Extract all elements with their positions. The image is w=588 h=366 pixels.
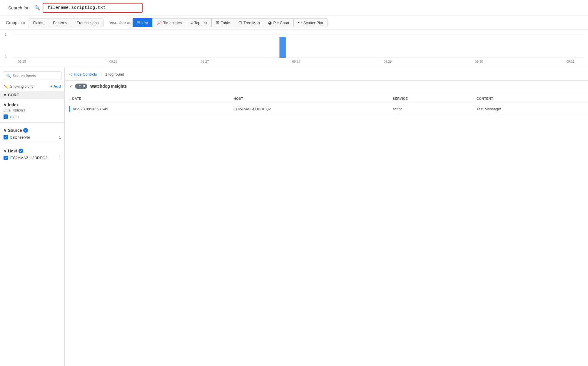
host-label: Host xyxy=(8,149,17,153)
x-label-6: 09:31 xyxy=(566,60,574,63)
sidebar: 🔍 ✏️ Showing 6 of 6 + Add ∨ CORE ∨ Index… xyxy=(0,68,65,366)
viz-btn-treemap[interactable]: ⊟ Tree Map xyxy=(234,18,264,27)
pencil-icon: ✏️ xyxy=(4,84,8,89)
cell-date: Aug 28 09:38:53.645 xyxy=(65,103,229,115)
showing-text: ✏️ Showing 6 of 6 xyxy=(4,84,34,89)
table-row[interactable]: Aug 28 09:38:53.645 EC2AMAZ-H3BREQ2 scri… xyxy=(65,103,588,115)
cell-service: script xyxy=(388,103,472,115)
col-content: CONTENT xyxy=(472,94,588,103)
ec2-count: 1 xyxy=(59,156,61,160)
visualize-label: Visualize as xyxy=(109,20,131,25)
ec2-checkbox[interactable]: ✓ xyxy=(4,156,8,160)
x-label-3: 09:28 xyxy=(292,60,300,63)
log-indicator xyxy=(69,106,70,112)
group-into-tabs: Fields Patterns Transactions xyxy=(28,19,103,27)
col-date: ↓ DATE xyxy=(65,94,229,103)
chevron-down-icon-index: ∨ xyxy=(4,102,6,107)
live-indexes-label: LIVE INDEXES xyxy=(0,108,64,113)
x-label-4: 09:29 xyxy=(384,60,392,63)
watchdog-count: 0 xyxy=(83,84,85,88)
index-section-header[interactable]: ∨ Index xyxy=(0,99,64,108)
watchdog-badge: 🔭 0 xyxy=(75,84,87,89)
table-icon: ⊞ xyxy=(216,20,219,25)
host-verified-icon: ✓ xyxy=(19,149,23,153)
index-label: Index xyxy=(8,102,19,107)
chevron-down-icon-host: ∨ xyxy=(4,149,6,153)
core-section-header[interactable]: ∨ CORE xyxy=(0,91,64,99)
add-button[interactable]: + Add xyxy=(50,84,61,89)
content-divider: | xyxy=(101,71,102,77)
date-value: Aug 28 09:38:53.645 xyxy=(73,107,108,111)
facet-item-ec2[interactable]: ✓ EC2AMAZ-H3BREQ2 1 xyxy=(0,154,64,161)
batchserver-count: 1 xyxy=(59,135,61,139)
toolbar: Group into Fields Patterns Transactions … xyxy=(0,16,588,30)
x-label-2: 09:27 xyxy=(201,60,209,63)
viz-piechart-label: Pie Chart xyxy=(273,21,289,25)
viz-list-label: List xyxy=(142,21,148,25)
content-area: ◁ Hide Controls | 1 log found ∨ 🔭 0 Watc… xyxy=(65,68,588,366)
viz-btn-toplist[interactable]: ≡ Top List xyxy=(186,18,211,27)
timeseries-icon: 📈 xyxy=(157,20,162,25)
viz-btn-table[interactable]: ⊞ Table xyxy=(211,18,234,27)
viz-table-label: Table xyxy=(221,21,230,25)
source-section-header[interactable]: ∨ Source ✓ xyxy=(0,125,64,134)
y-label-1: 1 xyxy=(5,33,12,36)
source-label: Source xyxy=(8,128,22,133)
divider-index xyxy=(0,122,64,123)
tab-fields[interactable]: Fields xyxy=(28,19,48,27)
viz-treemap-label: Tree Map xyxy=(243,21,260,25)
search-input[interactable]: filename:scriptlog.txt xyxy=(43,3,143,13)
search-facets-input[interactable] xyxy=(13,74,58,78)
main-checkbox[interactable]: ✓ xyxy=(4,114,8,119)
chevron-down-icon: ∨ xyxy=(4,93,6,97)
watchdog-chevron-icon: ∨ xyxy=(69,84,72,88)
log-table: ↓ DATE HOST SERVICE CONTENT Aug 28 09:38… xyxy=(65,94,588,115)
search-facets-container[interactable]: 🔍 xyxy=(3,71,61,80)
facet-item-batchserver[interactable]: ✓ batchserver 1 xyxy=(0,134,64,141)
divider-source xyxy=(0,143,64,143)
viz-btn-timeseries[interactable]: 📈 Timeseries xyxy=(152,18,186,27)
cell-content: Test Message! xyxy=(472,103,588,115)
batchserver-checkbox[interactable]: ✓ xyxy=(4,135,8,139)
search-icon: 🔍 xyxy=(32,5,43,11)
facets-search-icon: 🔍 xyxy=(6,74,11,78)
tab-patterns[interactable]: Patterns xyxy=(48,19,72,27)
ec2-label: EC2AMAZ-H3BREQ2 xyxy=(10,156,47,160)
y-label-0: 0 xyxy=(5,55,12,59)
col-host: HOST xyxy=(229,94,388,103)
sort-icon: ↓ xyxy=(69,97,72,100)
chart-svg xyxy=(14,33,583,59)
showing-count: Showing 6 of 6 xyxy=(10,84,33,89)
core-label: CORE xyxy=(8,93,19,97)
search-bar: Search for 🔍 filename:scriptlog.txt xyxy=(0,0,588,16)
hide-controls-label: Hide Controls xyxy=(74,72,97,76)
viz-btn-list[interactable]: ☰ List xyxy=(133,18,152,27)
visualize-group: Visualize as ☰ List 📈 Timeseries ≡ Top L… xyxy=(109,18,327,27)
viz-tabs: ☰ List 📈 Timeseries ≡ Top List ⊞ Table ⊟… xyxy=(133,18,328,27)
treemap-icon: ⊟ xyxy=(238,20,242,25)
chart-x-labels: 09:25 09:26 09:27 09:28 09:29 09:30 09:3… xyxy=(5,59,583,63)
watchdog-label: Watchdog Insights xyxy=(90,84,127,89)
log-count: 1 log found xyxy=(105,72,124,76)
source-verified-icon: ✓ xyxy=(23,128,28,133)
batchserver-label: batchserver xyxy=(10,135,30,139)
watchdog-insights-row[interactable]: ∨ 🔭 0 Watchdog Insights xyxy=(65,81,588,92)
x-label-0: 09:25 xyxy=(18,60,26,63)
group-into-label: Group into xyxy=(5,19,28,27)
svg-rect-2 xyxy=(279,37,286,58)
tab-transactions[interactable]: Transactions xyxy=(72,19,103,27)
host-section-header[interactable]: ∨ Host ✓ xyxy=(0,146,64,154)
x-label-5: 09:30 xyxy=(475,60,483,63)
toplist-icon: ≡ xyxy=(190,20,193,25)
viz-scatterplot-label: Scatter Plot xyxy=(303,21,323,25)
facet-item-main[interactable]: ✓ main xyxy=(0,113,64,120)
viz-btn-scatterplot[interactable]: ⋯ Scatter Plot xyxy=(293,18,328,27)
search-for-label: Search for xyxy=(5,3,32,13)
hide-controls-button[interactable]: ◁ Hide Controls xyxy=(69,72,97,76)
content-toolbar: ◁ Hide Controls | 1 log found xyxy=(65,68,588,81)
showing-row: ✏️ Showing 6 of 6 + Add xyxy=(0,83,64,91)
viz-btn-piechart[interactable]: ◕ Pie Chart xyxy=(264,18,293,27)
main-label: main xyxy=(10,114,19,119)
viz-timeseries-label: Timeseries xyxy=(163,21,182,25)
viz-toplist-label: Top List xyxy=(194,21,207,25)
